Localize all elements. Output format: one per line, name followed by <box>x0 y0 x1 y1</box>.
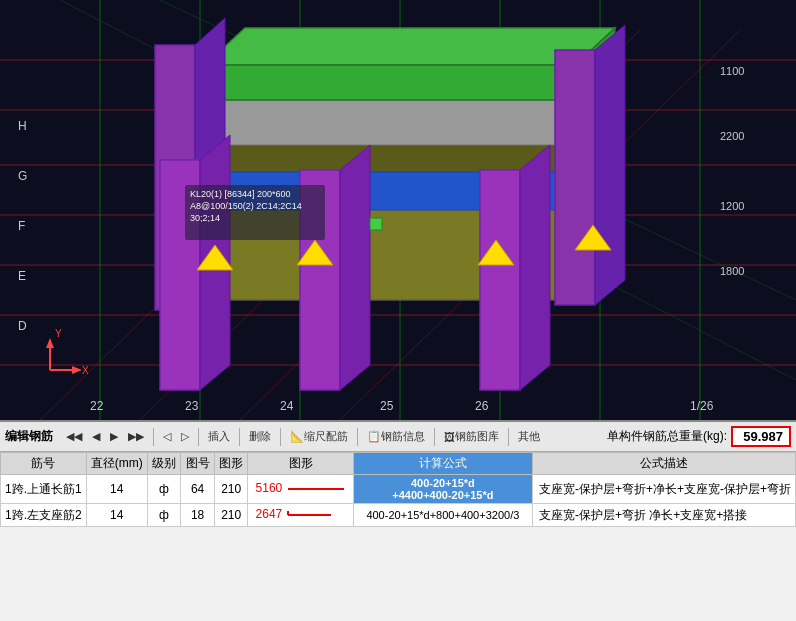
svg-marker-26 <box>210 100 570 145</box>
separator-3 <box>239 428 240 446</box>
3d-viewport[interactable]: KL20(1) [86344] 200*600 A8@100/150(2) 2C… <box>0 0 796 420</box>
header-graphic: 图形 <box>248 453 353 475</box>
bottom-panel: 编辑钢筋 ◀◀ ◀ ▶ ▶▶ ◁ ▷ 插入 删除 📐 缩尺配筋 📋 钢筋信息 🖼… <box>0 420 796 621</box>
svg-text:H: H <box>18 119 27 133</box>
svg-text:A8@100/150(2) 2C14;2C14: A8@100/150(2) 2C14;2C14 <box>190 201 302 211</box>
svg-text:24: 24 <box>280 399 294 413</box>
resize-button[interactable]: 📐 缩尺配筋 <box>287 428 351 445</box>
row2-formula: 400-20+15*d+800+400+3200/3 <box>353 504 532 527</box>
row2-desc: 支座宽-保护层+弯折 净长+支座宽+搭接 <box>532 504 795 527</box>
row1-grade: ф <box>147 475 181 504</box>
svg-text:F: F <box>18 219 25 233</box>
row1-shape: 210 <box>214 475 248 504</box>
nav-next2-button[interactable]: ▷ <box>178 429 192 444</box>
separator-4 <box>280 428 281 446</box>
rebar-table: 筋号 直径(mm) 级别 图号 图形 图形 计算公式 公式描述 1跨.上通长筋1… <box>0 452 796 527</box>
svg-text:Y: Y <box>55 328 62 339</box>
row1-no: 1跨.上通长筋1 <box>1 475 87 504</box>
svg-marker-29 <box>205 65 575 100</box>
svg-text:23: 23 <box>185 399 199 413</box>
other-button[interactable]: 其他 <box>515 428 543 445</box>
row1-formula: 400-20+15*d+4400+400-20+15*d <box>353 475 532 504</box>
svg-marker-28 <box>205 28 615 65</box>
separator-7 <box>508 428 509 446</box>
nav-last-button[interactable]: ▶▶ <box>125 429 147 444</box>
header-formula: 计算公式 <box>353 453 532 475</box>
svg-text:KL20(1) [86344] 200*600: KL20(1) [86344] 200*600 <box>190 189 291 199</box>
svg-rect-46 <box>370 218 382 230</box>
toolbar: 编辑钢筋 ◀◀ ◀ ▶ ▶▶ ◁ ▷ 插入 删除 📐 缩尺配筋 📋 钢筋信息 🖼… <box>0 422 796 452</box>
separator-6 <box>434 428 435 446</box>
header-shape: 图形 <box>214 453 248 475</box>
svg-text:X: X <box>82 365 89 376</box>
separator-2 <box>198 428 199 446</box>
header-grade: 级别 <box>147 453 181 475</box>
svg-text:26: 26 <box>475 399 489 413</box>
separator-5 <box>357 428 358 446</box>
rebar-drawing-button[interactable]: 🖼 钢筋图库 <box>441 428 502 445</box>
svg-text:E: E <box>18 269 26 283</box>
row2-length: 2647 <box>256 507 283 521</box>
svg-marker-37 <box>340 145 370 390</box>
row2-no: 1跨.左支座筋2 <box>1 504 87 527</box>
svg-marker-40 <box>555 50 595 305</box>
svg-text:G: G <box>18 169 27 183</box>
header-no: 筋号 <box>1 453 87 475</box>
weight-label: 单构件钢筋总重量(kg): <box>607 428 727 445</box>
nav-prev2-button[interactable]: ◁ <box>160 429 174 444</box>
separator-1 <box>153 428 154 446</box>
panel-title: 编辑钢筋 <box>5 428 53 445</box>
svg-marker-38 <box>480 170 520 390</box>
header-desc: 公式描述 <box>532 453 795 475</box>
delete-button[interactable]: 删除 <box>246 428 274 445</box>
svg-text:25: 25 <box>380 399 394 413</box>
svg-text:D: D <box>18 319 27 333</box>
weight-value: 59.987 <box>731 426 791 447</box>
svg-text:1100: 1100 <box>720 65 744 77</box>
svg-text:1/26: 1/26 <box>690 399 714 413</box>
total-weight-container: 单构件钢筋总重量(kg): 59.987 <box>607 426 791 447</box>
row1-fig: 64 <box>181 475 215 504</box>
svg-text:22: 22 <box>90 399 104 413</box>
row1-graphic: 5160 <box>248 475 353 504</box>
row2-graphic: 2647 <box>248 504 353 527</box>
svg-text:2200: 2200 <box>720 130 744 142</box>
row2-grade: ф <box>147 504 181 527</box>
row1-dia: 14 <box>86 475 147 504</box>
row1-length: 5160 <box>256 481 283 495</box>
nav-prev-button[interactable]: ◀ <box>89 429 103 444</box>
svg-text:1800: 1800 <box>720 265 744 277</box>
row2-shape: 210 <box>214 504 248 527</box>
header-dia: 直径(mm) <box>86 453 147 475</box>
row1-desc: 支座宽-保护层+弯折+净长+支座宽-保护层+弯折 <box>532 475 795 504</box>
nav-first-button[interactable]: ◀◀ <box>63 429 85 444</box>
nav-next-button[interactable]: ▶ <box>107 429 121 444</box>
svg-text:30;2;14: 30;2;14 <box>190 213 220 223</box>
svg-marker-41 <box>595 25 625 305</box>
insert-button[interactable]: 插入 <box>205 428 233 445</box>
svg-text:1200: 1200 <box>720 200 744 212</box>
rebar-info-button[interactable]: 📋 钢筋信息 <box>364 428 428 445</box>
table-row[interactable]: 1跨.左支座筋2 14 ф 18 210 2647 400-20+15*d+80… <box>1 504 796 527</box>
row2-fig: 18 <box>181 504 215 527</box>
svg-marker-39 <box>520 145 550 390</box>
row2-dia: 14 <box>86 504 147 527</box>
table-row[interactable]: 1跨.上通长筋1 14 ф 64 210 5160 400-20+15*d+44… <box>1 475 796 504</box>
header-fig: 图号 <box>181 453 215 475</box>
